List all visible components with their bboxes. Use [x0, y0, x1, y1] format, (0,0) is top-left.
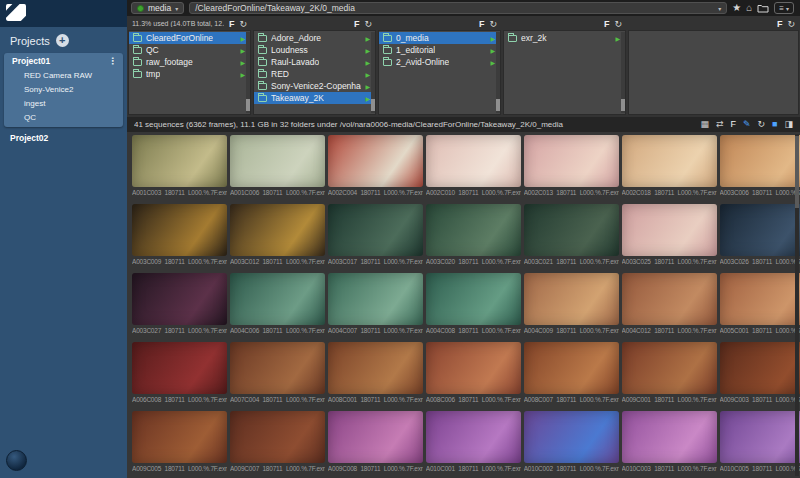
column-scrollbar[interactable] — [496, 32, 500, 113]
sequence-thumbnail[interactable] — [622, 273, 717, 325]
sequence-cell[interactable]: A003C020_180711_L000.%.7F.exr — [426, 204, 521, 265]
sequence-cell[interactable]: A010C001_180711_L000.%.7F.exr — [426, 411, 521, 472]
folder-row[interactable]: 2_Avid-Online▶ — [379, 56, 500, 68]
select-all-icon[interactable]: ■ — [772, 120, 777, 129]
sequence-thumbnail[interactable] — [328, 342, 423, 394]
folder-row[interactable]: Loudness▶ — [254, 44, 375, 56]
sequence-cell[interactable]: A010C005_180711_L000.%.7F.exr — [720, 411, 800, 472]
scrollbar-thumb[interactable] — [246, 99, 250, 111]
sequence-cell[interactable]: A002C010_180711_L000.%.7F.exr — [426, 135, 521, 196]
project-subitem[interactable]: ingest — [4, 96, 123, 110]
sequence-cell[interactable]: A009C005_180711_L000.%.7F.exr — [132, 411, 227, 472]
sequence-thumbnail[interactable] — [720, 342, 800, 394]
sequence-cell[interactable]: A009C008_180711_L000.%.7F.exr — [328, 411, 423, 472]
home-icon[interactable]: ⌂ — [746, 3, 752, 13]
sequence-cell[interactable]: A007C004_180711_L000.%.7F.exr — [230, 342, 325, 403]
sequence-thumbnail[interactable] — [328, 204, 423, 256]
sequence-cell[interactable]: A003C021_180711_L000.%.7F.exr — [524, 204, 619, 265]
column-scrollbar[interactable] — [621, 32, 625, 113]
filter-icon[interactable]: F — [229, 19, 235, 29]
column-scrollbar[interactable] — [371, 32, 375, 113]
sequence-thumbnail[interactable] — [230, 411, 325, 463]
sequence-cell[interactable]: A008C007_180711_L000.%.7F.exr — [524, 342, 619, 403]
sequence-cell[interactable]: A008C006_180711_L000.%.7F.exr — [426, 342, 521, 403]
sequence-cell[interactable]: A003C025_180711_L000.%.7F.exr — [622, 204, 717, 265]
refresh-icon[interactable]: ↻ — [758, 120, 766, 129]
project-title-row[interactable]: Project01⋮ — [4, 53, 123, 68]
sequence-thumbnail[interactable] — [622, 342, 717, 394]
refresh-icon[interactable]: ↻ — [787, 19, 795, 29]
project-subitem[interactable]: RED Camera RAW — [4, 68, 123, 82]
folder-row[interactable]: tmp▶ — [129, 68, 250, 80]
sequence-thumbnail[interactable] — [230, 342, 325, 394]
refresh-icon[interactable]: ↻ — [614, 19, 622, 29]
sequence-thumbnail[interactable] — [720, 204, 800, 256]
sequence-thumbnail[interactable] — [524, 342, 619, 394]
sequence-thumbnail[interactable] — [132, 342, 227, 394]
kebab-menu-icon[interactable]: ⋮ — [108, 57, 117, 65]
sequence-cell[interactable]: A008C001_180711_L000.%.7F.exr — [328, 342, 423, 403]
sequence-thumbnail[interactable] — [132, 204, 227, 256]
sequence-cell[interactable]: A003C012_180711_L000.%.7F.exr — [230, 204, 325, 265]
sequence-cell[interactable]: A002C004_180711_L000.%.7F.exr — [328, 135, 423, 196]
sequence-cell[interactable]: A004C012_180711_L000.%.7F.exr — [622, 273, 717, 334]
sequence-cell[interactable]: A003C017_180711_L000.%.7F.exr — [328, 204, 423, 265]
sequence-thumbnail[interactable] — [230, 204, 325, 256]
transfer-icon[interactable]: ⇄ — [716, 120, 724, 129]
folder-row[interactable]: QC▶ — [129, 44, 250, 56]
folder-row[interactable]: RED▶ — [254, 68, 375, 80]
sequence-thumbnail[interactable] — [426, 273, 521, 325]
folder-row[interactable]: Adore_Adore▶ — [254, 32, 375, 44]
sequence-cell[interactable]: A001C006_180711_L000.%.7F.exr — [230, 135, 325, 196]
annotate-icon[interactable]: ✎ — [743, 120, 751, 129]
sequence-thumbnail[interactable] — [524, 204, 619, 256]
sequence-thumbnail[interactable] — [230, 135, 325, 187]
sequence-cell[interactable]: A009C007_180711_L000.%.7F.exr — [230, 411, 325, 472]
sequence-cell[interactable]: A010C002_180711_L000.%.7F.exr — [524, 411, 619, 472]
sequence-thumbnail[interactable] — [524, 273, 619, 325]
sequence-thumbnail[interactable] — [720, 411, 800, 463]
new-folder-icon[interactable] — [757, 3, 769, 13]
sequence-thumbnail[interactable] — [622, 204, 717, 256]
grid-scrollbar[interactable] — [795, 134, 799, 476]
thumbnail-size-icon[interactable]: ▦ — [700, 120, 709, 129]
view-menu-button[interactable]: ≡ ▾ — [774, 2, 794, 14]
filter-icon[interactable]: F — [354, 19, 360, 29]
column-scrollbar[interactable] — [246, 32, 250, 113]
add-project-button[interactable]: + — [56, 34, 69, 47]
sequence-thumbnail[interactable] — [328, 273, 423, 325]
folder-row[interactable]: 1_editorial▶ — [379, 44, 500, 56]
sequence-cell[interactable]: A009C003_180711_L000.%.7F.exr — [720, 342, 800, 403]
sequence-thumbnail[interactable] — [132, 411, 227, 463]
volume-dropdown[interactable]: media ▾ — [131, 2, 184, 14]
sequence-thumbnail[interactable] — [132, 135, 227, 187]
filter-icon[interactable]: F — [730, 120, 736, 129]
sequence-thumbnail[interactable] — [720, 273, 800, 325]
sequence-thumbnail[interactable] — [524, 411, 619, 463]
folder-row[interactable]: ClearedForOnline▶ — [129, 32, 250, 44]
sequence-cell[interactable]: A004C006_180711_L000.%.7F.exr — [230, 273, 325, 334]
sequence-thumbnail[interactable] — [720, 135, 800, 187]
scrollbar-thumb[interactable] — [621, 99, 625, 111]
sequence-thumbnail[interactable] — [622, 411, 717, 463]
favorite-star-icon[interactable]: ★ — [732, 3, 741, 13]
sequence-thumbnail[interactable] — [426, 342, 521, 394]
filter-icon[interactable]: F — [604, 19, 610, 29]
filter-icon[interactable]: F — [777, 19, 783, 29]
sequence-cell[interactable]: A003C026_180711_L000.%.7F.exr — [720, 204, 800, 265]
sequence-cell[interactable]: A001C003_180711_L000.%.7F.exr — [132, 135, 227, 196]
project-card[interactable]: Project01⋮RED Camera RAWSony-Venice2inge… — [4, 53, 123, 127]
refresh-icon[interactable]: ↻ — [364, 19, 372, 29]
sequence-thumbnail[interactable] — [328, 411, 423, 463]
folder-row[interactable]: exr_2k▶ — [504, 32, 625, 44]
folder-row[interactable]: 0_media▶ — [379, 32, 500, 44]
sequence-cell[interactable]: A005C001_180711_L000.%.7F.exr — [720, 273, 800, 334]
sequence-thumbnail[interactable] — [622, 135, 717, 187]
sequence-thumbnail[interactable] — [230, 273, 325, 325]
project-subitem[interactable]: QC — [4, 110, 123, 124]
sequence-cell[interactable]: A004C007_180711_L000.%.7F.exr — [328, 273, 423, 334]
project-row[interactable]: Project02 — [0, 127, 127, 149]
sequence-thumbnail[interactable] — [524, 135, 619, 187]
folder-row[interactable]: Sony-Venice2-Copenhagen▶ — [254, 80, 375, 92]
sequence-thumbnail[interactable] — [426, 135, 521, 187]
